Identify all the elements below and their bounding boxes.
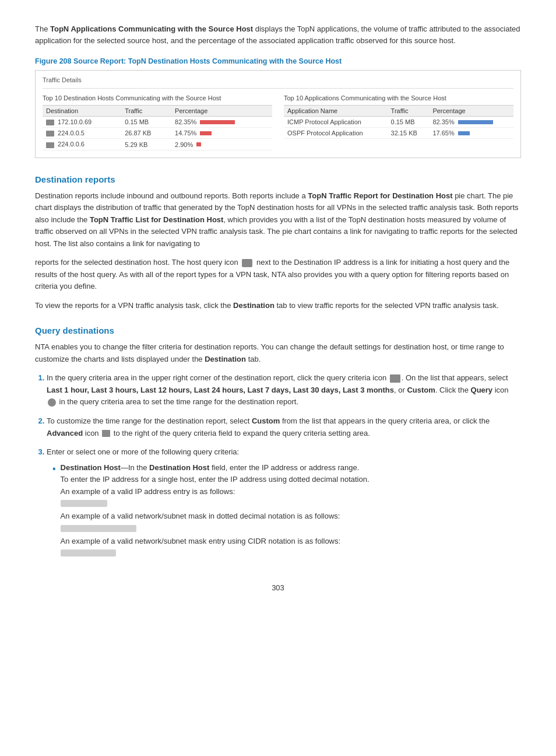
host-query-icon <box>242 259 252 267</box>
search-icon <box>48 398 56 407</box>
traffic-cell-r: 32.15 KB <box>388 128 430 139</box>
percentage-cell: 2.90% <box>171 139 272 150</box>
criteria-list: Destination Host—In the Destination Host… <box>52 462 521 561</box>
criteria-dest-content: Destination Host—In the Destination Host… <box>61 462 521 561</box>
destination-reports-p2: reports for the selected destination hos… <box>35 257 521 293</box>
col-percentage: Percentage <box>171 106 272 117</box>
page-number: 303 <box>35 583 521 592</box>
query-criteria-icon <box>390 374 400 383</box>
destination-reports-p1: Destination reports include inbound and … <box>35 190 521 250</box>
criteria-destination-host: Destination Host—In the Destination Host… <box>52 462 521 561</box>
percentage-cell: 82.35% <box>171 117 272 128</box>
app-cell: OSPF Protocol Application <box>284 128 388 139</box>
right-table: Application Name Traffic Percentage ICMP… <box>284 105 513 139</box>
traffic-cell: 26.87 KB <box>121 128 171 139</box>
right-table-title: Top 10 Applications Communicating with t… <box>284 94 513 103</box>
table-container: Top 10 Destination Hosts Communicating w… <box>43 94 513 150</box>
destination-reports-section: Destination reports Destination reports … <box>35 174 521 312</box>
host-icon <box>46 142 54 148</box>
advanced-icon <box>102 430 110 437</box>
left-table-title: Top 10 Destination Hosts Communicating w… <box>43 94 272 103</box>
table-row: OSPF Protocol Application 32.15 KB 17.65… <box>284 128 513 139</box>
col-traffic: Traffic <box>121 106 171 117</box>
right-table-section: Top 10 Applications Communicating with t… <box>284 94 513 150</box>
table-row: 224.0.0.6 5.29 KB 2.90% <box>43 139 272 150</box>
code-example-1 <box>61 500 107 507</box>
dest-cell: 172.10.0.69 <box>43 117 121 128</box>
col-app-name: Application Name <box>284 106 388 117</box>
dest-cell: 224.0.0.6 <box>43 139 121 150</box>
table-row: 172.10.0.69 0.15 MB 82.35% <box>43 117 272 128</box>
app-cell: ICMP Protocol Application <box>284 117 388 128</box>
table-row: 224.0.0.5 26.87 KB 14.75% <box>43 128 272 139</box>
destination-reports-p3: To view the reports for a VPN traffic an… <box>35 300 521 312</box>
figure-caption: Figure 208 Source Report: TopN Destinati… <box>35 57 521 65</box>
traffic-cell-r: 0.15 MB <box>388 117 430 128</box>
figure-box-title: Traffic Details <box>43 76 513 83</box>
figure-box: Traffic Details Top 10 Destination Hosts… <box>35 70 521 158</box>
col-traffic-r: Traffic <box>388 106 430 117</box>
col-percentage-r: Percentage <box>429 106 513 117</box>
table-row: ICMP Protocol Application 0.15 MB 82.35% <box>284 117 513 128</box>
step-3: Enter or select one or more of the follo… <box>47 446 521 560</box>
percentage-cell-r: 82.35% <box>429 117 513 128</box>
left-table-section: Top 10 Destination Hosts Communicating w… <box>43 94 272 150</box>
col-destination: Destination <box>43 106 121 117</box>
code-example-3 <box>61 550 116 556</box>
query-destinations-intro: NTA enables you to change the filter cri… <box>35 341 521 365</box>
left-table: Destination Traffic Percentage 172.10.0.… <box>43 105 272 150</box>
query-destinations-heading: Query destinations <box>35 326 521 335</box>
intro-paragraph: The TopN Applications Communicating with… <box>35 23 521 47</box>
step-2: To customize the time range for the dest… <box>47 415 521 439</box>
host-icon <box>46 120 54 125</box>
traffic-cell: 0.15 MB <box>121 117 171 128</box>
destination-reports-heading: Destination reports <box>35 174 521 184</box>
steps-list: In the query criteria area in the upper … <box>47 372 521 560</box>
dest-cell: 224.0.0.5 <box>43 128 121 139</box>
code-example-2 <box>61 525 136 532</box>
step-1: In the query criteria area in the upper … <box>47 372 521 408</box>
traffic-cell: 5.29 KB <box>121 139 171 150</box>
query-destinations-section: Query destinations NTA enables you to ch… <box>35 326 521 560</box>
percentage-cell: 14.75% <box>171 128 272 139</box>
host-icon <box>46 131 54 136</box>
percentage-cell-r: 17.65% <box>429 128 513 139</box>
